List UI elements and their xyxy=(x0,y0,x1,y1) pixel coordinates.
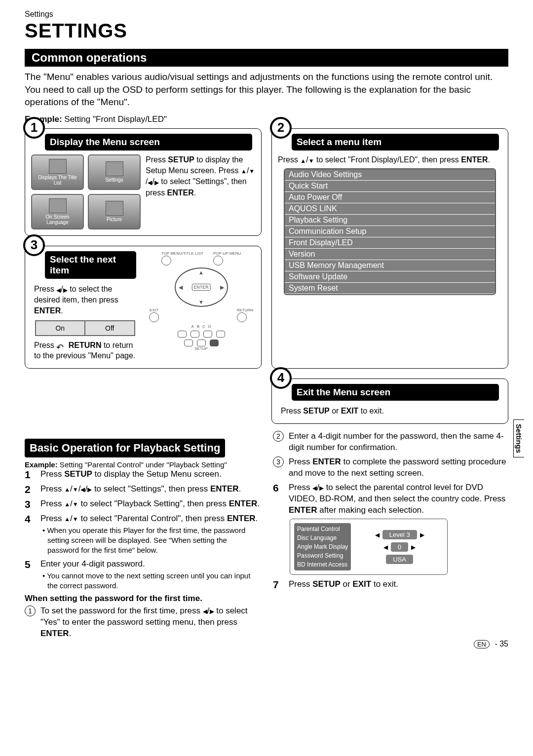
example-line: Example: Setting "Front Display/LED" xyxy=(25,114,508,124)
basic-step-6: 6 Press / to select the parental control… xyxy=(273,482,508,516)
dpad-right-icon: ▶ xyxy=(220,284,224,290)
when-first-time-heading: When setting the password for the first … xyxy=(25,594,260,604)
basic-step-5: 5 Enter your 4-digit password. You canno… xyxy=(25,559,260,591)
remote-label-exit: EXIT xyxy=(149,308,159,312)
basic-substep-3: 3 Press ENTER to complete the password s… xyxy=(273,456,508,479)
btn-setup[interactable] xyxy=(210,340,219,346)
btn-color-c[interactable] xyxy=(203,331,212,338)
intro-text: The "Menu" enables various audio/visual … xyxy=(25,71,508,109)
btn-color-a[interactable] xyxy=(178,331,187,338)
step-4-instruction: Press SETUP or EXIT to exit. xyxy=(278,405,502,417)
icon-cap-d: Picture xyxy=(107,217,122,222)
remote-label-return: RETURN xyxy=(237,308,253,312)
settings-list-item[interactable]: Quick Start xyxy=(285,181,495,192)
parental-menu-item[interactable]: Disc Language xyxy=(297,533,348,542)
side-tab-settings: Settings xyxy=(513,419,524,457)
remote-label-top-right: POP-UP MENU xyxy=(213,251,241,256)
remote-label-d: D xyxy=(208,324,211,329)
dpad-down-icon: ▼ xyxy=(198,299,204,305)
basic-step-4-note: When you operate this Player for the fir… xyxy=(40,526,260,556)
num-right-icon xyxy=(411,543,416,551)
icon-cap-a: Displays The Title List xyxy=(34,175,81,186)
step-1-title: Display the Menu screen xyxy=(45,134,252,151)
step-3-box: 3 Select the next item Press / to select… xyxy=(25,246,262,369)
parental-menu-item[interactable]: BD Internet Access xyxy=(297,560,348,569)
step-4-number: 4 xyxy=(270,367,292,389)
basic-substep-1: 1 To set the password for the first time… xyxy=(25,605,260,640)
basic-step-1: 1 Press SETUP to display the Setup Menu … xyxy=(25,469,260,481)
btn-popup-menu[interactable] xyxy=(213,256,223,265)
parental-menu-item[interactable]: Angle Mark Display xyxy=(297,542,348,551)
icon-cap-b: Settings xyxy=(105,177,123,183)
dpad-up-icon: ▲ xyxy=(198,269,204,275)
menu-icon-language[interactable]: On Screen Language xyxy=(31,194,84,229)
parental-country-value: USA xyxy=(386,555,413,564)
icon-cap-c: On Screen Language xyxy=(34,214,81,225)
basic-example-text: Setting "Parental Control" under "Playba… xyxy=(58,460,227,469)
remote-dpad[interactable]: ▲ ▼ ◀ ▶ ENTER xyxy=(175,267,228,307)
settings-list-item[interactable]: Front Display/LED xyxy=(285,237,495,249)
remote-label-top-left: TOP MENU/TITLE LIST xyxy=(161,251,203,256)
header-small-title: Settings xyxy=(25,10,508,19)
btn-return[interactable] xyxy=(237,312,247,322)
basic-step-3: 3 Press / to select "Playback Setting", … xyxy=(25,498,260,510)
parental-num-value: 0 xyxy=(391,542,408,552)
menu-icon-settings[interactable]: Settings xyxy=(88,154,141,190)
basic-step-5-note: You cannot move to the next setting scre… xyxy=(40,571,260,591)
off-option[interactable]: Off xyxy=(85,320,136,336)
step-1-instruction: Press SETUP to display the Setup Menu sc… xyxy=(146,154,255,229)
btn-color-d[interactable] xyxy=(216,331,225,338)
parental-menu-item[interactable]: Parental Control xyxy=(297,525,348,533)
page-number: EN - 35 xyxy=(474,640,508,648)
return-icon xyxy=(56,341,66,349)
step-3-instr-2: Press RETURN to return to the previous "… xyxy=(31,339,139,362)
step-4-box: 4 Exit the Menu screen Press SETUP or EX… xyxy=(271,378,508,424)
steps-grid: 1 Display the Menu screen Displays The T… xyxy=(25,128,508,424)
parental-menu-item[interactable]: Password Setting xyxy=(297,551,348,560)
on-off-selector: On Off xyxy=(35,320,135,336)
level-left-icon xyxy=(375,531,380,538)
parental-level-row[interactable]: Level 3 xyxy=(375,530,424,539)
settings-list-item[interactable]: System Reset xyxy=(285,283,495,294)
step-3-instr-1: Press / to select the desired item, then… xyxy=(31,283,139,317)
settings-list-item[interactable]: USB Memory Management xyxy=(285,260,495,271)
parental-country-row[interactable]: USA xyxy=(386,555,413,564)
step-4-title: Exit the Menu screen xyxy=(292,384,499,401)
settings-list-item[interactable]: AQUOS LINK xyxy=(285,203,495,215)
basic-step-4: 4 Press / to select "Parental Control", … xyxy=(25,513,260,556)
step-3-title: Select the next item xyxy=(45,251,136,279)
basic-example-label: Example: xyxy=(25,460,58,469)
btn-row2-2[interactable] xyxy=(197,340,206,346)
basic-step-7: 7 Press SETUP or EXIT to exit. xyxy=(273,579,508,591)
remote-label-b: B xyxy=(197,324,199,329)
step-1-icon-grid: Displays The Title List Settings On Scre… xyxy=(31,154,141,229)
remote-enter-label: ENTER xyxy=(191,284,211,291)
section-common-operations: Common operations xyxy=(25,49,508,67)
step-2-instruction: Press / to select "Front Display/LED", t… xyxy=(278,154,502,166)
remote-label-setup: SETUP xyxy=(194,346,208,351)
menu-icon-title-list[interactable]: Displays The Title List xyxy=(31,154,84,190)
settings-list-item[interactable]: Playback Setting xyxy=(285,215,495,226)
settings-list-item[interactable]: Auto Power Off xyxy=(285,192,495,203)
step-1-number: 1 xyxy=(23,117,45,139)
step-3-number: 3 xyxy=(23,234,45,256)
on-option[interactable]: On xyxy=(35,320,85,336)
basic-substep-2: 2 Enter a 4-digit number for the passwor… xyxy=(273,431,508,454)
parental-menu-list: Parental ControlDisc LanguageAngle Mark … xyxy=(294,523,351,570)
num-left-icon xyxy=(383,543,388,551)
settings-list-item[interactable]: Audio Video Settings xyxy=(285,169,495,181)
settings-list-item[interactable]: Version xyxy=(285,249,495,260)
btn-row2-1[interactable] xyxy=(184,340,193,346)
btn-top-menu[interactable] xyxy=(161,256,171,265)
settings-list-item[interactable]: Software Update xyxy=(285,271,495,283)
menu-icon-picture[interactable]: Picture xyxy=(88,194,141,229)
step-2-number: 2 xyxy=(270,117,292,139)
page-title: SETTINGS xyxy=(25,20,508,42)
basic-example-line: Example: Setting "Parental Control" unde… xyxy=(25,460,260,469)
basic-step-2: 2 Press /// to select "Settings", then p… xyxy=(25,484,260,495)
level-right-icon xyxy=(420,531,424,538)
settings-list-item[interactable]: Communication Setup xyxy=(285,226,495,237)
btn-exit[interactable] xyxy=(149,312,159,322)
parental-num-row[interactable]: 0 xyxy=(383,542,416,552)
btn-color-b[interactable] xyxy=(190,331,199,338)
